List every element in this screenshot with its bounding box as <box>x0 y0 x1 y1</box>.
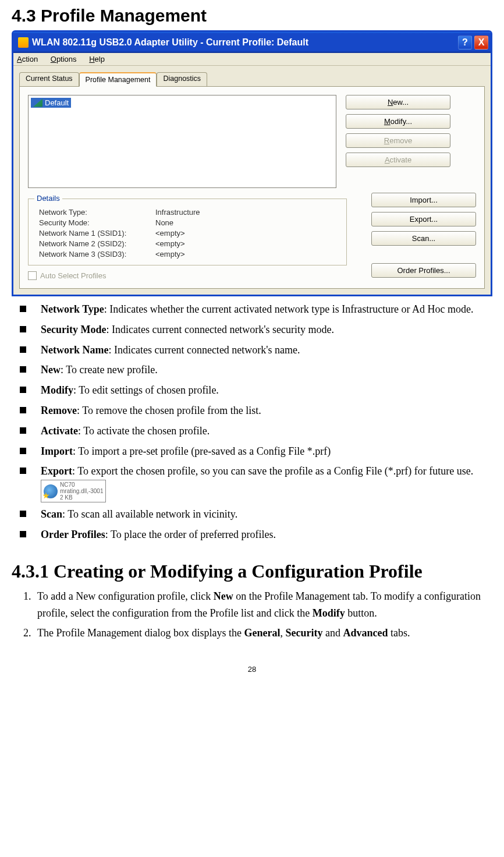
app-icon <box>18 37 29 48</box>
list-item: Activate: To activate the chosen profile… <box>41 423 492 440</box>
help-button[interactable]: ? <box>458 36 472 49</box>
export-button[interactable]: Export... <box>371 212 476 226</box>
detail-label: Network Name 1 (SSID1): <box>39 229 155 238</box>
globe-icon <box>44 484 58 498</box>
tab-strip: Current Status Profile Management Diagno… <box>13 66 491 86</box>
list-item: Export: To export the chosen profile, so… <box>41 463 492 502</box>
auto-select-checkbox <box>28 271 37 280</box>
detail-label: Security Mode: <box>39 218 155 227</box>
import-button[interactable]: Import... <box>371 193 476 207</box>
scan-button[interactable]: Scan... <box>371 231 476 246</box>
detail-label: Network Type: <box>39 208 155 217</box>
file-name: NC70 <box>60 481 103 488</box>
detail-value: <empty> <box>155 239 185 248</box>
step-item: To add a New configuration profile, clic… <box>34 588 492 622</box>
subsection-heading: 4.3.1 Creating or Modifying a Configurat… <box>12 561 492 582</box>
section-heading: 4.3 Profile Management <box>12 6 492 26</box>
details-title: Details <box>34 194 62 203</box>
file-detail: mrating.dll,-3001 <box>60 488 103 494</box>
list-item: Import: To import a pre-set profile (pre… <box>41 443 492 460</box>
menubar: AActionction Options Help <box>13 53 491 66</box>
menu-help[interactable]: Help <box>89 55 105 63</box>
file-size: 2 KB <box>60 494 103 501</box>
profile-item-label: Default <box>45 98 69 107</box>
list-item: Security Mode: Indicates current connect… <box>41 321 492 338</box>
page-number: 28 <box>12 665 492 674</box>
tab-panel: Default New... Modify... Remove Activate… <box>19 86 485 289</box>
menu-options[interactable]: Options <box>51 55 77 63</box>
activate-button[interactable]: Activate <box>346 153 450 167</box>
detail-label: Network Name 2 (SSID2): <box>39 239 155 248</box>
list-item: Order Profiles: To place the order of pr… <box>41 526 492 543</box>
close-button[interactable]: X <box>474 36 488 49</box>
feature-list: Network Type: Indicates whether the curr… <box>12 301 492 543</box>
list-item: Scan: To scan all available network in v… <box>41 506 492 523</box>
app-window: WLAN 802.11g USB2.0 Adapter Utility - Cu… <box>12 30 492 296</box>
new-button[interactable]: New... <box>346 95 450 109</box>
details-group: Details Network Type:Infrastructure Secu… <box>28 199 347 265</box>
auto-select-label: Auto Select Profiles <box>40 271 106 280</box>
detail-value: None <box>155 218 173 227</box>
detail-value: <empty> <box>155 229 185 238</box>
signal-icon <box>33 99 42 107</box>
list-item: New: To create new profile. <box>41 362 492 378</box>
star-icon <box>42 493 49 500</box>
list-item: Network Name: Indicates current connecte… <box>41 342 492 359</box>
tab-current-status[interactable]: Current Status <box>19 72 79 87</box>
detail-value: <empty> <box>155 250 185 258</box>
list-item: Network Type: Indicates whether the curr… <box>41 301 492 318</box>
order-profiles-button[interactable]: Order Profiles... <box>371 263 476 278</box>
step-item: The Profile Management dialog box displa… <box>34 625 492 642</box>
detail-label: Network Name 3 (SSID3): <box>39 250 155 258</box>
file-preview: NC70 mrating.dll,-3001 2 KB <box>41 480 106 502</box>
modify-button[interactable]: Modify... <box>346 114 450 129</box>
tab-profile-management[interactable]: Profile Management <box>79 72 157 87</box>
menu-action[interactable]: AActionction <box>17 55 38 63</box>
window-title: WLAN 802.11g USB2.0 Adapter Utility - Cu… <box>32 37 308 48</box>
list-item: Modify: To edit settings of chosen profi… <box>41 382 492 399</box>
list-item: Remove: To remove the chosen profile fro… <box>41 402 492 419</box>
remove-button[interactable]: Remove <box>346 133 450 148</box>
tab-diagnostics[interactable]: Diagnostics <box>157 72 207 87</box>
profile-item-default[interactable]: Default <box>31 98 71 108</box>
detail-value: Infrastructure <box>155 208 200 217</box>
steps-list: To add a New configuration profile, clic… <box>12 588 492 642</box>
titlebar: WLAN 802.11g USB2.0 Adapter Utility - Cu… <box>13 32 491 53</box>
profile-list[interactable]: Default <box>28 95 336 188</box>
